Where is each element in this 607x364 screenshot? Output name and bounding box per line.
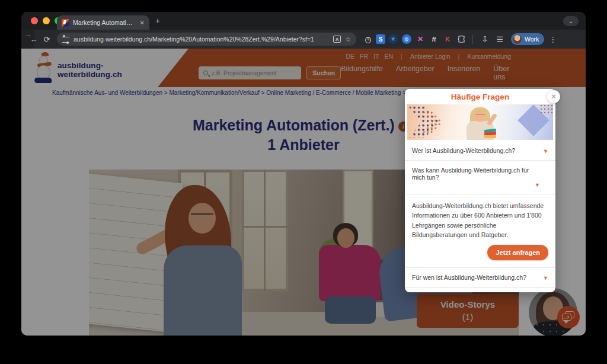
extension-navy-icon[interactable]: ✳ — [388, 34, 398, 44]
popup-close-button[interactable]: ✕ — [547, 90, 560, 103]
reload-button[interactable]: ⟳ — [40, 35, 53, 44]
faq-question: Was kann Ausbildung-Weiterbildung.ch für… — [412, 167, 529, 181]
forward-button[interactable]: → — [21, 30, 34, 49]
tab-strip: Marketing Automation (Zert.) ✕ + ⌄ — [21, 12, 586, 30]
faq-question: Für wen ist Ausbildung-Weiterbildung.ch? — [412, 274, 526, 281]
extension-gear-icon[interactable]: ⚙ — [402, 34, 411, 44]
site-settings-icon[interactable] — [62, 37, 69, 43]
bookmark-star-icon[interactable]: ☆ — [345, 36, 351, 43]
banner-woman-glasses — [475, 114, 485, 117]
faq-answer: Ausbildung-Weiterbildung.ch bietet umfas… — [405, 194, 555, 241]
faq-question: Wer ist Ausbildung-Weiterbildung.ch? — [412, 147, 515, 154]
extension-s-icon[interactable]: S — [376, 34, 385, 44]
extension-k-icon[interactable]: K — [442, 33, 453, 45]
extension-ft-icon[interactable]: ft — [428, 33, 440, 45]
profile-chip[interactable]: Work — [511, 33, 544, 45]
url-text[interactable]: ausbildung-weiterbildung.ch/Marketing%20… — [74, 36, 329, 43]
faq-item-4[interactable]: Wie kann ich Ausbildung-Weiterbildung.ch… — [405, 287, 555, 292]
popup-title: Häufige Fragen — [405, 89, 555, 104]
page-viewport: ausbildung- weiterbildung.ch DE FR IT EN… — [21, 49, 586, 336]
translate-icon[interactable]: A — [333, 36, 341, 43]
browser-menu-button[interactable]: ⋮ — [549, 35, 557, 44]
address-bar[interactable]: ausbildung-weiterbildung.ch/Marketing%20… — [57, 33, 356, 46]
site-favicon-icon — [62, 19, 69, 27]
tab-title: Marketing Automation (Zert.) — [73, 19, 135, 26]
profile-avatar — [513, 35, 522, 44]
chevron-down-icon[interactable]: ▼ — [543, 148, 548, 154]
extensions-row: ◷ S ✳ ⚙ ✕ ft K ⇩ ☰ — [362, 33, 506, 45]
browser-window: Marketing Automation (Zert.) ✕ + ⌄ ← → ⟳… — [21, 12, 586, 336]
chevron-down-icon[interactable]: ▼ — [543, 275, 548, 281]
faq-item-3[interactable]: Für wen ist Ausbildung-Weiterbildung.ch?… — [405, 267, 555, 287]
media-list-button[interactable]: ☰ — [493, 35, 506, 44]
extension-x-icon[interactable]: ✕ — [414, 33, 426, 45]
faq-popup: ✕ Häufige Fragen Wer ist Ausbildung- — [405, 89, 555, 292]
toolbar-divider — [472, 35, 473, 44]
downloads-button[interactable]: ⇩ — [478, 35, 491, 44]
browser-toolbar: ← → ⟳ ausbildung-weiterbildung.ch/Market… — [21, 30, 586, 49]
jetzt-anfragen-button[interactable]: Jetzt anfragen — [487, 245, 548, 260]
dotted-corner-decoration — [540, 104, 553, 115]
profile-name: Work — [525, 36, 539, 43]
extension-clock-icon[interactable]: ◷ — [362, 33, 374, 45]
extensions-puzzle-icon[interactable] — [455, 33, 467, 45]
browser-tab[interactable]: Marketing Automation (Zert.) ✕ — [57, 15, 149, 30]
tab-close-icon[interactable]: ✕ — [139, 20, 145, 26]
faq-popup-card: Häufige Fragen Wer ist Ausbildung-Weiter… — [405, 89, 555, 292]
faq-item-2[interactable]: Was kann Ausbildung-Weiterbildung.ch für… — [405, 160, 555, 194]
cta-row: Jetzt anfragen — [405, 241, 555, 267]
close-window-button[interactable] — [31, 17, 38, 24]
chevron-down-icon: ⌄ — [568, 18, 573, 24]
new-tab-button[interactable]: + — [155, 17, 160, 25]
puzzle-icon — [457, 35, 465, 43]
banner-folders — [484, 129, 496, 139]
faq-banner-image — [407, 104, 553, 140]
faq-item-1[interactable]: Wer ist Ausbildung-Weiterbildung.ch? ▼ — [405, 141, 555, 160]
chevron-down-icon[interactable]: ▼ — [412, 181, 540, 191]
minimize-window-button[interactable] — [43, 17, 50, 24]
tab-search-button[interactable]: ⌄ — [563, 16, 579, 26]
